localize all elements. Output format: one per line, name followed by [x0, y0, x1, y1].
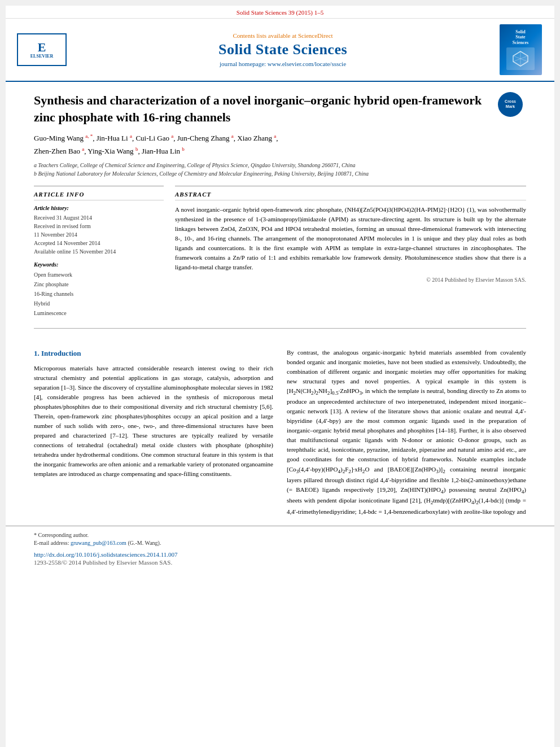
- elsevier-logo: E ELSEVIER: [17, 33, 68, 66]
- body-col-right: By contrast, the analogous organic-inorg…: [287, 348, 526, 520]
- homepage-link[interactable]: www.elsevier.com/locate/ssscie: [268, 60, 346, 67]
- svg-text:Mark: Mark: [506, 104, 515, 108]
- copyright-line: © 2014 Published by Elsevier Masson SAS.: [175, 277, 526, 283]
- svg-text:Cross: Cross: [505, 99, 516, 103]
- online-date: Available online 15 November 2014: [34, 247, 164, 256]
- elsevier-e-letter: E: [38, 41, 46, 54]
- crossmark-icon: Cross Mark: [498, 92, 523, 117]
- sd-link[interactable]: ScienceDirect: [298, 32, 333, 39]
- article-history: Article history: Received 31 August 2014…: [34, 205, 164, 256]
- journal-homepage: journal homepage: www.elsevier.com/locat…: [68, 60, 498, 67]
- doi-link[interactable]: http://dx.doi.org/10.1016/j.solidstatesc…: [6, 551, 554, 559]
- crystal-icon: [512, 50, 529, 67]
- sciencedirect-notice: Contents lists available at ScienceDirec…: [68, 32, 498, 39]
- received-date: Received 31 August 2014: [34, 213, 164, 222]
- abstract-box: Abstract A novel inorganic–organic hybri…: [175, 186, 526, 318]
- body-col-left: 1. Introduction Microporous materials ha…: [34, 348, 273, 520]
- article-info-heading: Article Info: [34, 191, 164, 200]
- homepage-prefix: journal homepage:: [220, 60, 268, 67]
- keyword-luminescence: Luminescence: [34, 308, 164, 318]
- article-title-text: Synthesis and characterization of a nove…: [34, 93, 482, 124]
- page: Solid State Sciences 39 (2015) 1–5 E ELS…: [6, 6, 554, 747]
- info-abstract-section: Article Info Article history: Received 3…: [34, 186, 526, 318]
- history-heading: Article history:: [34, 205, 164, 211]
- keyword-hybrid: Hybrid: [34, 299, 164, 308]
- journal-citation: Solid State Sciences 39 (2015) 1–5: [6, 6, 554, 19]
- crossmark-svg: Cross Mark: [501, 95, 519, 113]
- footnote-text: * Corresponding author. E-mail address: …: [34, 532, 526, 546]
- keyword-zinc-phosphate: Zinc phosphate: [34, 279, 164, 289]
- journal-thumbnail: SolidStateSciences: [498, 24, 543, 75]
- email-note: E-mail address: gruwang_pub@163.com (G.-…: [34, 540, 526, 546]
- accepted-date: Accepted 14 November 2014: [34, 239, 164, 247]
- issn-line: 1293-2558/© 2014 Published by Elsevier M…: [6, 559, 554, 570]
- affiliations: a Teachers College, College of Chemical …: [34, 161, 526, 178]
- email-link[interactable]: gruwang_pub@163.com: [71, 540, 126, 546]
- journal-header: E ELSEVIER Contents lists available at S…: [6, 19, 554, 82]
- elsevier-label: ELSEVIER: [30, 54, 53, 59]
- email-suffix: (G.-M. Wang).: [126, 540, 161, 546]
- issn-text: 1293-2558/© 2014 Published by Elsevier M…: [34, 559, 172, 566]
- body-columns: 1. Introduction Microporous materials ha…: [6, 348, 554, 520]
- revised-date: Received in revised form11 November 2014: [34, 222, 164, 239]
- keyword-16-ring: 16-Ring channels: [34, 289, 164, 299]
- section1-heading: 1. Introduction: [34, 348, 273, 359]
- section-divider: [34, 328, 526, 329]
- journal-center-info: Contents lists available at ScienceDirec…: [68, 32, 498, 67]
- citation-text: Solid State Sciences 39 (2015) 1–5: [237, 9, 323, 16]
- journal-thumb-image: [506, 47, 535, 70]
- footnote-section: * Corresponding author. E-mail address: …: [6, 526, 554, 551]
- article-title: Synthesis and characterization of a nove…: [34, 92, 526, 125]
- authors-line: Guo-Ming Wang a, *, Jin-Hua Li a, Cui-Li…: [34, 132, 526, 157]
- abstract-heading: Abstract: [175, 191, 526, 200]
- intro-para-1: Microporous materials have attracted con…: [34, 364, 273, 479]
- keywords-section: Keywords: Open framework Zinc phosphate …: [34, 261, 164, 318]
- affiliation-a: a Teachers College, College of Chemical …: [34, 161, 526, 169]
- abstract-text: A novel inorganic–organic hybrid open-fr…: [175, 205, 526, 272]
- affiliation-b: b Beijing National Laboratory for Molecu…: [34, 169, 526, 178]
- email-label: E-mail address:: [34, 540, 71, 546]
- journal-thumb-box: SolidStateSciences: [500, 24, 542, 75]
- article-main: Synthesis and characterization of a nove…: [6, 82, 554, 348]
- article-info-box: Article Info Article history: Received 3…: [34, 186, 164, 318]
- keywords-heading: Keywords:: [34, 261, 164, 268]
- sd-prefix: Contents lists available at: [233, 32, 298, 39]
- intro-para-right-1: By contrast, the analogous organic-inorg…: [287, 348, 526, 517]
- journal-title: Solid State Sciences: [68, 41, 498, 58]
- keyword-open-framework: Open framework: [34, 270, 164, 279]
- journal-thumb-title: SolidStateSciences: [513, 29, 528, 46]
- corresponding-note: * Corresponding author.: [34, 532, 526, 538]
- crossmark-badge[interactable]: Cross Mark: [498, 92, 526, 120]
- elsevier-logo-box: E ELSEVIER: [17, 33, 67, 66]
